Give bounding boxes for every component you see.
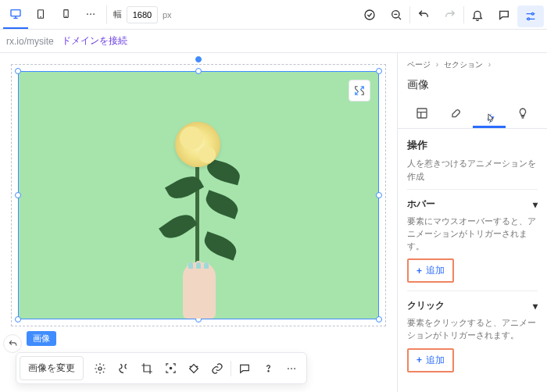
device-mobile-button[interactable] xyxy=(53,0,78,29)
svg-point-6 xyxy=(90,13,91,15)
panel-title: 画像 xyxy=(407,78,538,92)
top-toolbar: 幅 px xyxy=(0,0,547,30)
element-toolbar: 画像を変更 xyxy=(16,352,307,384)
resize-handle-br[interactable] xyxy=(376,316,382,323)
click-title: クリック xyxy=(407,299,445,312)
selected-image[interactable] xyxy=(19,72,378,319)
tab-interactions[interactable] xyxy=(473,100,506,128)
chevron-down-icon: ▾ xyxy=(533,301,538,312)
notifications-icon[interactable] xyxy=(464,0,491,29)
chevron-right-icon: › xyxy=(488,60,491,69)
canvas-width-control: 幅 px xyxy=(113,6,172,23)
hover-section: ホバー ▾ 要素にマウスオーバーすると、アニメーションがトリガーされます。 + … xyxy=(407,189,538,290)
zoom-out-icon[interactable] xyxy=(383,0,409,29)
crumb-page[interactable]: ページ xyxy=(407,60,431,69)
undo-button[interactable] xyxy=(410,0,437,29)
click-add-button[interactable]: + 追加 xyxy=(407,348,454,372)
svg-point-17 xyxy=(294,368,295,369)
svg-point-5 xyxy=(87,13,88,15)
svg-point-14 xyxy=(267,371,268,372)
svg-point-12 xyxy=(98,367,102,370)
device-desktop-button[interactable] xyxy=(3,0,28,29)
rotate-handle[interactable] xyxy=(195,56,202,62)
panel-tabs xyxy=(398,100,547,129)
svg-point-11 xyxy=(527,18,530,20)
check-circle-icon[interactable] xyxy=(356,0,383,29)
chevron-down-icon: ▾ xyxy=(533,199,538,210)
focal-point-icon[interactable] xyxy=(159,357,182,380)
device-tablet-button[interactable] xyxy=(28,0,53,29)
more-icon[interactable] xyxy=(280,357,303,380)
hover-accordion-toggle[interactable]: ホバー ▾ xyxy=(407,198,538,211)
comment-icon[interactable] xyxy=(233,357,256,380)
chevron-right-icon: › xyxy=(436,60,438,69)
click-description: 要素をクリックすると、アニメーションがトリガーされます。 xyxy=(407,317,538,342)
site-url: rx.io/mysite xyxy=(6,36,54,47)
url-bar: rx.io/mysite ドメインを接続 xyxy=(0,30,547,53)
svg-point-4 xyxy=(66,16,66,16)
help-icon[interactable] xyxy=(256,357,280,380)
click-add-label: 追加 xyxy=(426,354,445,367)
interactions-sub: 人を惹きつけるアニメーションを作成 xyxy=(407,157,538,183)
flower-illustration xyxy=(152,100,245,319)
properties-panel: ページ › セクション › 画像 操作 人を惹きつけるアニメーション xyxy=(397,53,547,392)
width-input[interactable] xyxy=(127,6,158,23)
connect-domain-link[interactable]: ドメインを接続 xyxy=(62,34,127,48)
crumb-section[interactable]: セクション xyxy=(444,60,483,69)
resize-handle-ml[interactable] xyxy=(15,192,21,198)
width-label: 幅 xyxy=(113,9,122,20)
expand-icon[interactable] xyxy=(349,80,370,102)
svg-point-16 xyxy=(291,368,292,369)
resize-handle-tr[interactable] xyxy=(376,68,382,74)
canvas-history-button[interactable] xyxy=(3,334,22,353)
tab-tips[interactable] xyxy=(506,100,539,128)
canvas-section[interactable] xyxy=(11,64,386,326)
settings-gear-icon[interactable] xyxy=(88,357,112,380)
redo-button[interactable] xyxy=(437,0,463,29)
plus-icon: + xyxy=(417,355,422,365)
hover-add-button[interactable]: + 追加 xyxy=(407,258,454,283)
resize-handle-tl[interactable] xyxy=(15,68,21,74)
comments-icon[interactable] xyxy=(491,0,517,29)
click-section: クリック ▾ 要素をクリックすると、アニメーションがトリガーされます。 + 追加 xyxy=(407,290,538,380)
resize-handle-mr[interactable] xyxy=(376,192,382,198)
tab-layout[interactable] xyxy=(406,100,439,128)
hover-title: ホバー xyxy=(407,198,435,211)
svg-rect-0 xyxy=(11,9,20,16)
crop-icon[interactable] xyxy=(135,357,159,380)
breadcrumb[interactable]: ページ › セクション › xyxy=(407,59,538,70)
svg-point-15 xyxy=(288,368,289,369)
resize-handle-bl[interactable] xyxy=(15,316,21,323)
width-unit: px xyxy=(163,10,172,20)
plus-icon: + xyxy=(417,265,422,276)
selection-tag: 画像 xyxy=(27,331,56,346)
interactions-heading: 操作 xyxy=(407,138,538,152)
resize-handle-tc[interactable] xyxy=(195,68,202,74)
svg-point-8 xyxy=(365,10,374,20)
mask-shape-icon[interactable] xyxy=(182,357,206,380)
svg-point-7 xyxy=(93,13,95,15)
tab-design[interactable] xyxy=(439,100,473,128)
animation-icon[interactable] xyxy=(112,357,135,380)
settings-panel-toggle[interactable] xyxy=(517,5,544,27)
click-accordion-toggle[interactable]: クリック ▾ xyxy=(407,299,538,312)
selection-frame[interactable] xyxy=(18,71,379,319)
change-image-button[interactable]: 画像を変更 xyxy=(20,356,84,380)
device-more-button[interactable] xyxy=(78,0,103,29)
hover-description: 要素にマウスオーバーすると、アニメーションがトリガーされます。 xyxy=(407,216,538,252)
svg-point-2 xyxy=(41,16,41,17)
link-icon[interactable] xyxy=(206,357,229,380)
svg-point-13 xyxy=(170,367,172,369)
hover-add-label: 追加 xyxy=(426,264,445,277)
svg-rect-18 xyxy=(417,109,427,118)
svg-point-10 xyxy=(531,12,534,15)
